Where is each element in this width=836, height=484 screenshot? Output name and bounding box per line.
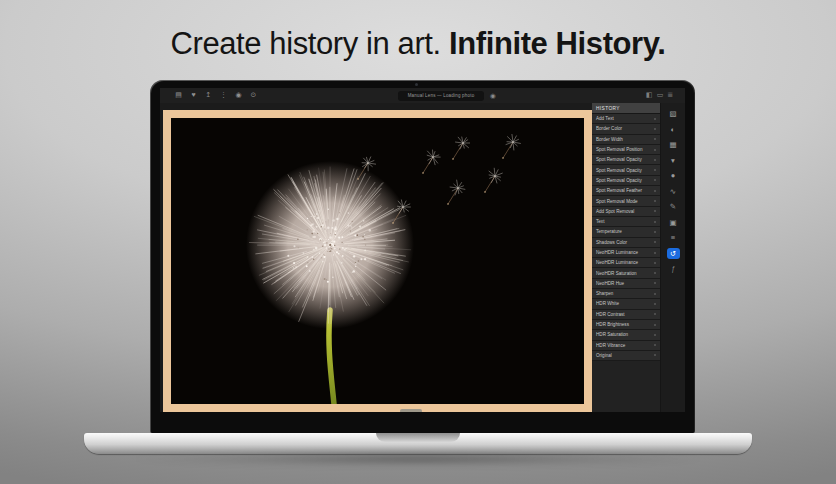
history-row-label: Spot Removal Mode — [596, 199, 638, 204]
hero-headline: Create history in art. Infinite History. — [0, 26, 836, 62]
history-row-label: Temperature — [596, 229, 622, 234]
effects-icon[interactable]: ƒ — [667, 263, 680, 274]
history-panel: HISTORY Add Text Border Color Border Wid… — [592, 103, 660, 412]
adjust-icon[interactable]: ≡ — [667, 232, 680, 243]
zoom-icon[interactable]: ⊙ — [249, 90, 258, 100]
dandelion-photo — [171, 118, 584, 404]
history-row-label: Border Width — [596, 137, 623, 142]
history-row[interactable]: Spot Removal Opacity — [592, 176, 660, 186]
history-row-label: Spot Removal Position — [596, 147, 642, 152]
history-panel-header[interactable]: HISTORY — [592, 103, 660, 114]
dandelion-illustration — [171, 118, 584, 404]
history-row[interactable]: NeoHDR Saturation — [592, 268, 660, 278]
headline-bold: Infinite History. — [449, 26, 666, 61]
info-icon[interactable]: ⋮ — [219, 90, 228, 100]
history-row-label: Add Text — [596, 116, 614, 121]
history-row-label: Spot Removal Opacity — [596, 178, 642, 183]
share-icon[interactable]: ↥ — [204, 90, 213, 100]
history-row-label: NeoHDR Hue — [596, 281, 624, 286]
history-row-label: NeoHDR Luminance — [596, 250, 638, 255]
history-row-label: HDR Contrast — [596, 312, 625, 317]
history-row-label: Spot Removal Opacity — [596, 168, 642, 173]
sidebar-toggle-icon[interactable]: ◧ — [646, 90, 653, 100]
chevron-down-icon[interactable]: ▾ — [667, 155, 680, 166]
history-row[interactable]: Spot Removal Mode — [592, 196, 660, 206]
history-row[interactable]: Temperature — [592, 227, 660, 237]
fullscreen-icon[interactable]: ▭ — [657, 90, 664, 100]
history-row[interactable]: Text — [592, 217, 660, 227]
history-row-label: Add Spot Removal — [596, 209, 634, 214]
history-row-label: NeoHDR Luminance — [596, 260, 638, 265]
history-row[interactable]: Spot Removal Opacity — [592, 155, 660, 165]
document-title: Manual Lens — Loading photo — [398, 91, 484, 101]
photo-border-frame — [163, 110, 592, 412]
macbook-lid-notch — [376, 433, 460, 442]
history-row-label: Shadows Color — [596, 240, 627, 245]
history-row-label: Original — [596, 353, 612, 358]
history-row[interactable]: Add Spot Removal — [592, 207, 660, 217]
history-row-label: HDR Brightness — [596, 322, 629, 327]
frame-icon[interactable]: ▣ — [667, 217, 680, 228]
crop-icon[interactable]: ▧ — [667, 108, 680, 119]
history-row-label: Spot Removal Opacity — [596, 157, 642, 162]
macbook-base — [84, 433, 752, 454]
camera-dot — [415, 83, 418, 86]
repair-tool-icon[interactable]: ● — [667, 170, 680, 181]
history-row[interactable]: HDR Vibrance — [592, 341, 660, 351]
headline-regular: Create history in art. — [170, 26, 449, 61]
history-row-label: Border Color — [596, 126, 622, 131]
history-row[interactable]: NeoHDR Luminance — [592, 248, 660, 258]
history-row-label: NeoHDR Saturation — [596, 271, 637, 276]
history-row[interactable]: HDR Contrast — [592, 310, 660, 320]
history-row[interactable]: HDR White — [592, 299, 660, 309]
history-row-label: Text — [596, 219, 604, 224]
history-row[interactable]: Shadows Color — [592, 238, 660, 248]
history-row-label: HDR Vibrance — [596, 343, 625, 348]
toolbar-left-group: ▤ ♥ ↥ ⋮ ◉ ⊙ — [174, 90, 258, 100]
history-row[interactable]: Border Color — [592, 124, 660, 134]
tool-strip: ▧ ◐ ▦ ▾ ● ∿ ✎ ▣ ≡ ↺ ƒ — [660, 103, 685, 412]
drag-handle[interactable] — [400, 409, 422, 412]
history-row[interactable]: Border Width — [592, 135, 660, 145]
panel-toggle-icon[interactable]: ≣ — [667, 90, 673, 100]
photo-canvas[interactable] — [160, 103, 592, 412]
photo-editor-window: ▤ ♥ ↥ ⋮ ◉ ⊙ Manual Lens — Loading photo … — [160, 88, 685, 412]
history-row[interactable]: Original — [592, 351, 660, 361]
history-row[interactable]: Sharpen — [592, 289, 660, 299]
history-row[interactable]: Spot Removal Feather — [592, 186, 660, 196]
history-list: Add Text Border Color Border Width Spot … — [592, 114, 660, 361]
history-row[interactable]: Spot Removal Opacity — [592, 165, 660, 175]
history-row[interactable]: Spot Removal Position — [592, 145, 660, 155]
white-balance-icon[interactable]: ◐ — [667, 124, 680, 135]
favorite-icon[interactable]: ♥ — [189, 90, 198, 100]
toolbar-right-group: ◧ ▭ ≣ — [646, 90, 673, 100]
photos-icon[interactable]: ▤ — [174, 90, 183, 100]
history-row[interactable]: HDR Brightness — [592, 320, 660, 330]
history-row[interactable]: Add Text — [592, 114, 660, 124]
history-row[interactable]: NeoHDR Hue — [592, 279, 660, 289]
history-row[interactable]: HDR Saturation — [592, 330, 660, 340]
editor-toolbar: ▤ ♥ ↥ ⋮ ◉ ⊙ Manual Lens — Loading photo … — [160, 88, 685, 103]
history-icon[interactable]: ↺ — [667, 248, 680, 259]
history-row-label: Spot Removal Feather — [596, 188, 642, 193]
repair-icon[interactable]: ◉ — [234, 90, 243, 100]
history-row[interactable]: NeoHDR Luminance — [592, 258, 660, 268]
history-row-label: HDR Saturation — [596, 332, 628, 337]
laptop-shadow — [128, 452, 708, 466]
preview-eye-icon[interactable]: ◉ — [490, 91, 496, 101]
clone-icon[interactable]: ∿ — [667, 186, 680, 197]
selective-color-icon[interactable]: ▦ — [667, 139, 680, 150]
history-row-label: Sharpen — [596, 291, 613, 296]
brush-icon[interactable]: ✎ — [667, 201, 680, 212]
history-row-label: HDR White — [596, 301, 619, 306]
